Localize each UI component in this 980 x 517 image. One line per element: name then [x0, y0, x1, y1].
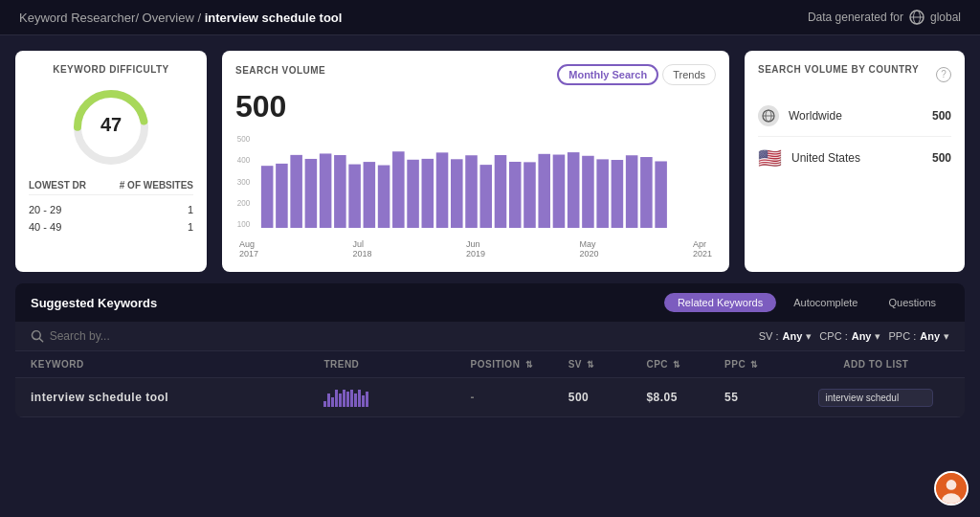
cpc-filter-label: CPC :: [819, 330, 847, 342]
svg-rect-18: [364, 162, 376, 228]
lowest-dr-label: LOWEST DR: [29, 180, 86, 191]
avatar-image: [936, 471, 967, 506]
trend-bar: [327, 393, 330, 407]
suggested-keywords-header: Suggested Keywords Related Keywords Auto…: [15, 283, 965, 322]
svg-rect-25: [465, 155, 478, 228]
tab-questions[interactable]: Questions: [875, 293, 949, 312]
country-row-us: 🇺🇸 United States 500: [758, 137, 951, 179]
trend-bar: [346, 392, 349, 407]
col-header-trend: TREND: [323, 359, 470, 370]
sv-value-cell: 500: [568, 391, 590, 404]
trend-bars: [323, 388, 470, 407]
sv-title: SEARCH VOLUME: [235, 65, 325, 76]
cpc-value-cell: $8.05: [646, 391, 678, 404]
kd-table: LOWEST DR # OF WEBSITES 20 - 29 1 40 - 4…: [29, 180, 193, 236]
donut-chart-container: 47: [29, 84, 193, 170]
trend-bar: [354, 393, 357, 407]
keyword-difficulty-card: KEYWORD DIFFICULTY 47 LOWEST DR # OF WEB…: [15, 51, 207, 272]
chart-label-3: Jun2019: [466, 239, 485, 258]
svg-rect-26: [479, 165, 492, 228]
chart-labels: Aug2017 Jul2018 Jun2019 May2020 Apr2021: [235, 239, 716, 258]
add-to-list-input[interactable]: [818, 389, 933, 407]
ppc-sort-icon: ⇅: [750, 360, 759, 370]
country-row-worldwide: Worldwide 500: [758, 96, 951, 137]
trend-bar: [343, 390, 345, 407]
us-flag-icon: 🇺🇸: [758, 146, 782, 169]
us-value: 500: [932, 151, 951, 165]
tab-trends[interactable]: Trends: [662, 64, 716, 85]
ppc-value-cell: 55: [724, 391, 738, 404]
ppc-filter-label: PPC :: [888, 330, 916, 342]
svg-text:100: 100: [237, 219, 251, 230]
kd-range-2: 40 - 49: [29, 221, 61, 233]
svg-rect-27: [495, 155, 507, 228]
svg-rect-28: [509, 162, 522, 228]
tab-related-keywords[interactable]: Related Keywords: [664, 293, 776, 312]
cpc-filter-chevron: ▾: [875, 330, 880, 343]
position-sort-icon: ⇅: [525, 360, 534, 370]
svg-rect-17: [348, 165, 361, 228]
kd-count-1: 1: [188, 204, 193, 215]
trend-bar: [366, 392, 368, 407]
search-icon: [31, 329, 44, 343]
svg-rect-24: [451, 159, 463, 228]
svg-rect-12: [276, 164, 288, 228]
donut-chart: 47: [68, 84, 154, 170]
tab-monthly-search[interactable]: Monthly Search: [557, 64, 658, 85]
sv-filter-value: Any: [783, 330, 803, 342]
chart-area: 500 400 300 200 100: [235, 132, 716, 237]
trend-bar: [335, 390, 338, 407]
svg-rect-23: [436, 152, 449, 228]
filter-row: SV : Any ▾ CPC : Any ▾ PPC : Any ▾: [15, 322, 965, 351]
cell-cpc: $8.05: [646, 391, 724, 404]
us-label: United States: [791, 151, 923, 165]
breadcrumb-keyword: interview schedule tool: [205, 11, 343, 25]
breadcrumb: Keyword Researcher/ Overview / interview…: [19, 11, 342, 25]
sv-header: SEARCH VOLUME Monthly Search Trends: [235, 64, 716, 85]
svg-text:500: 500: [237, 134, 251, 145]
cards-row: KEYWORD DIFFICULTY 47 LOWEST DR # OF WEB…: [0, 35, 980, 283]
search-volume-card: SEARCH VOLUME Monthly Search Trends 500 …: [222, 51, 729, 272]
svg-rect-32: [568, 152, 580, 228]
breadcrumb-prefix: Keyword Researcher/ Overview /: [19, 11, 205, 25]
cell-add-to-list: [803, 389, 949, 407]
cell-ppc: 55: [724, 391, 803, 404]
sv-filter[interactable]: SV : Any ▾: [759, 330, 813, 343]
col-header-position: POSITION ⇅: [471, 359, 568, 370]
col-header-sv: SV ⇅: [568, 359, 647, 370]
trend-bar: [323, 401, 326, 407]
svg-rect-29: [523, 162, 536, 228]
svg-text:47: 47: [100, 114, 122, 135]
svg-rect-35: [612, 160, 624, 228]
kd-row-1: 20 - 29 1: [29, 201, 193, 218]
cpc-filter[interactable]: CPC : Any ▾: [819, 330, 880, 343]
header: Keyword Researcher/ Overview / interview…: [0, 0, 980, 35]
trend-bar: [339, 393, 342, 407]
sv-sort-icon: ⇅: [587, 360, 595, 370]
suggested-keywords-section: Suggested Keywords Related Keywords Auto…: [15, 283, 965, 417]
svg-rect-30: [538, 154, 550, 228]
chart-label-2: Jul2018: [352, 239, 371, 258]
col-header-keyword: KEYWORD: [31, 359, 323, 370]
svg-text:400: 400: [237, 155, 251, 166]
ppc-filter[interactable]: PPC : Any ▾: [888, 330, 949, 343]
cell-keyword: interview schedule tool: [31, 391, 323, 404]
kd-table-header: LOWEST DR # OF WEBSITES: [29, 180, 193, 195]
svg-rect-36: [626, 155, 638, 228]
bar-chart: 500 400 300 200 100: [235, 132, 716, 237]
cell-trend: [323, 388, 470, 407]
region-label: global: [930, 11, 961, 24]
data-generated: Data generated for global: [808, 10, 961, 25]
worldwide-label: Worldwide: [789, 109, 923, 123]
tab-autocomplete[interactable]: Autocomplete: [780, 293, 871, 312]
avatar[interactable]: [934, 471, 969, 506]
help-icon[interactable]: ?: [936, 67, 951, 82]
svg-rect-15: [320, 153, 332, 228]
search-input[interactable]: [50, 329, 747, 343]
svg-line-43: [39, 338, 42, 341]
svg-rect-34: [596, 159, 609, 228]
trend-bar: [362, 395, 365, 407]
cpc-filter-value: Any: [852, 330, 872, 342]
cell-position: -: [471, 391, 568, 404]
country-title: SEARCH VOLUME BY COUNTRY: [758, 64, 919, 75]
